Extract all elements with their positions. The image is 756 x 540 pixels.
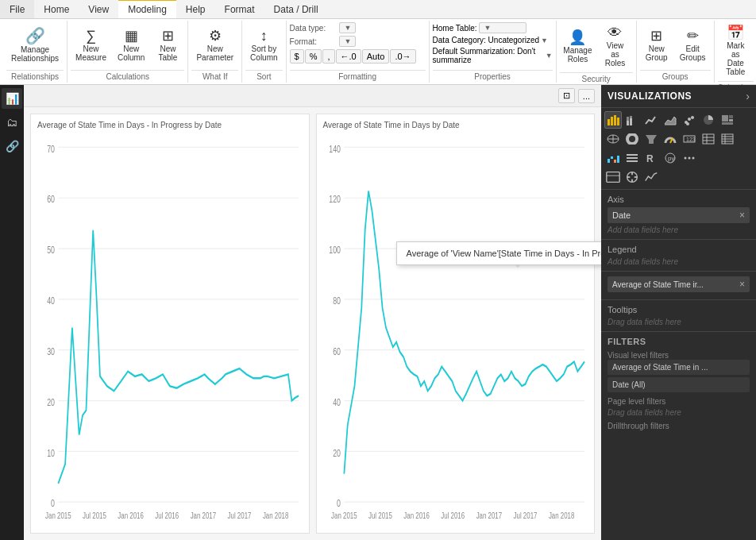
filters-title: FILTERS [608,337,750,346]
vis-icon-line[interactable] [642,111,660,129]
vis-icon-bar[interactable] [604,111,622,129]
left-chart-container[interactable]: Average of State Time in Days - In Progr… [30,114,310,534]
calculations-group-label: Calculations [71,70,184,81]
vis-icon-area[interactable] [662,111,679,129]
vis-icon-gauge[interactable] [662,130,679,148]
new-group-button[interactable]: ⊞ NewGroup [640,25,673,65]
sidebar-report-icon[interactable]: 📊 [2,88,22,109]
left-chart-svg: 70 60 50 40 30 20 10 0 [37,133,303,523]
filter-item-1[interactable]: Average of State Time in ... [608,360,750,375]
relationships-group-label: Relationships [6,70,64,81]
right-chart-container[interactable]: Average of State Time in Days by Date Av… [316,114,596,534]
tab-view[interactable]: View [79,0,118,18]
dollar-format-button[interactable]: $ [290,49,304,64]
comma-format-button[interactable]: , [322,49,334,64]
svg-point-91 [685,157,687,160]
svg-text:Jan 2017: Jan 2017 [191,511,216,521]
tab-format[interactable]: Format [215,0,264,18]
right-chart-title: Average of State Time in Days by Date [323,121,588,129]
vis-icon-python[interactable]: py [662,149,679,167]
vis-icon-map[interactable] [604,130,622,148]
svg-text:60: 60 [333,345,341,357]
filter-item-1-label: Average of State Time in ... [612,363,708,372]
tab-file[interactable]: File [0,0,34,18]
svg-text:123: 123 [686,137,696,142]
svg-point-67 [630,137,634,141]
vis-icon-fields-wells[interactable] [604,168,622,186]
groups-group-label: Groups [640,70,711,81]
svg-rect-59 [722,115,728,122]
vis-icon-donut[interactable] [623,130,641,148]
svg-rect-52 [630,118,632,125]
manage-relationships-label: ManageRelationships [11,45,59,63]
svg-text:50: 50 [47,245,55,256]
new-column-button[interactable]: ▦ NewColumn [113,25,149,65]
ribbon: File Home View Modeling Help Format Data… [0,0,756,85]
sidebar-model-icon[interactable]: 🔗 [2,136,22,156]
svg-rect-62 [722,122,733,125]
tab-data-drill[interactable]: Data / Drill [264,0,328,18]
svg-point-56 [691,116,694,119]
group-properties: Home Table: ▼ Data Category: Uncategoriz… [430,21,557,83]
vis-icon-waterfall[interactable] [604,149,622,167]
vis-icon-r-visual[interactable]: R [642,149,660,167]
values-field-badge[interactable]: Average of State Time ir... × [608,276,750,292]
vis-icon-analytics[interactable] [642,168,660,186]
format-dropdown[interactable]: ▼ [339,36,356,47]
vis-icon-table-visual[interactable] [700,130,717,148]
filter-item-date[interactable]: Date (All) [608,377,750,392]
axis-field-badge[interactable]: Date × [608,207,750,223]
vis-icon-treemap[interactable] [719,111,736,129]
values-remove-button[interactable]: × [739,279,745,290]
axis-remove-button[interactable]: × [739,210,745,221]
sort-by-column-button[interactable]: ↕ Sort byColumn [245,25,282,65]
increase-decimal-button[interactable]: .0→ [390,49,415,64]
mark-date-icon: 📅 [727,25,744,40]
group-formatting: Data type: ▼ Format: ▼ $ % , [287,21,430,83]
svg-text:40: 40 [47,295,55,307]
canvas-area: Average of State Time in Days - In Progr… [24,107,601,540]
fit-page-button[interactable]: ⊡ [558,88,575,103]
tooltips-placeholder: Drag data fields here [608,318,750,326]
svg-text:0: 0 [51,498,55,509]
data-type-dropdown[interactable]: ▼ [339,22,356,33]
svg-text:100: 100 [329,245,341,256]
svg-text:Jan 2015: Jan 2015 [331,511,357,521]
new-table-icon: ⊞ [162,29,174,43]
vis-icon-matrix[interactable] [719,130,736,148]
view-as-roles-button[interactable]: 👁 View asRoles [597,22,632,71]
manage-roles-button[interactable]: 👤 ManageRoles [560,27,596,67]
filters-section: FILTERS Visual level filters Average of … [601,332,756,438]
edit-groups-button[interactable]: ✏ EditGroups [675,25,711,65]
vis-icon-more[interactable] [681,149,698,167]
group-groups: ⊞ NewGroup ✏ EditGroups Groups [637,21,715,83]
svg-text:Jan 2018: Jan 2018 [263,511,288,521]
svg-text:40: 40 [333,396,341,407]
vis-icon-slicer[interactable] [623,149,641,167]
axis-section: Axis Date × Add data fields here [601,190,756,240]
vis-icon-stacked-bar[interactable] [623,111,641,129]
tab-modeling[interactable]: Modeling [118,0,176,18]
vis-icon-card[interactable]: 123 [681,130,698,148]
sidebar-data-icon[interactable]: 🗂 [2,112,22,133]
auto-format-button[interactable]: Auto [362,49,390,64]
new-table-button[interactable]: ⊞ NewTable [151,25,184,65]
svg-text:Jan 2017: Jan 2017 [476,511,501,521]
mark-date-table-button[interactable]: 📅 Mark asDate Table [718,22,754,79]
legend-placeholder: Add data fields here [608,257,750,266]
more-options-button[interactable]: ... [578,89,595,103]
drillthrough-label: Drillthrough filters [608,422,750,430]
vis-icon-format[interactable] [623,168,641,186]
new-parameter-button[interactable]: ⚙ NewParameter [191,25,238,65]
home-table-dropdown[interactable]: ▼ [479,22,526,33]
vis-icon-pie[interactable] [700,111,717,129]
manage-relationships-button[interactable]: 🔗 ManageRelationships [6,25,64,66]
new-measure-button[interactable]: ∑ NewMeasure [71,25,111,65]
tab-home[interactable]: Home [34,0,79,18]
tab-help[interactable]: Help [176,0,215,18]
vis-icon-funnel[interactable] [642,130,660,148]
vis-icon-scatter[interactable] [681,111,698,129]
percent-format-button[interactable]: % [305,49,322,64]
vis-panel-expand-button[interactable]: › [746,90,750,102]
decrease-decimal-button[interactable]: ←.0 [336,49,361,64]
